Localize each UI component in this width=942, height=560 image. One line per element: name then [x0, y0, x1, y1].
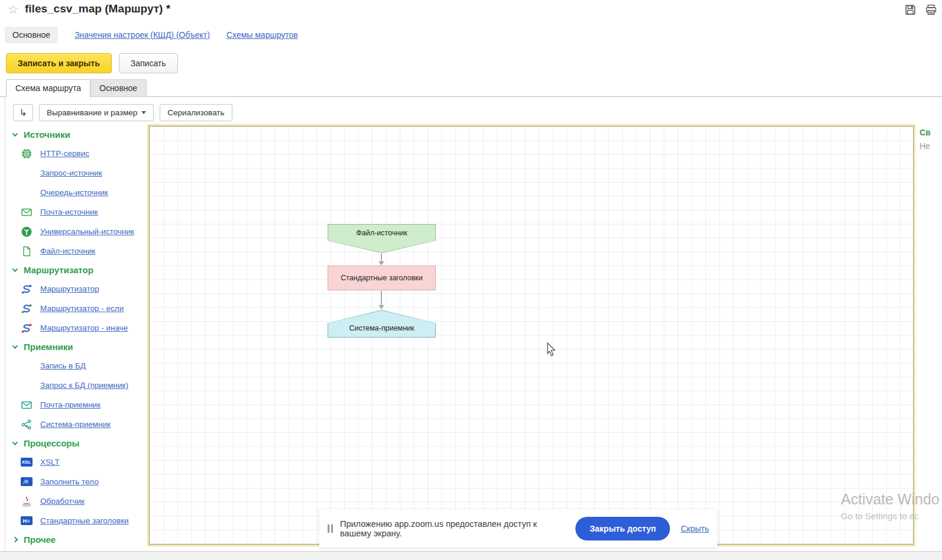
palette-item-fill-body[interactable]: ∕≡ Заполнить тело [6, 472, 148, 491]
section-router[interactable]: Маршрутизатор [6, 261, 148, 279]
object-nav: Основное Значения настроек (КШД) (Объект… [5, 25, 298, 44]
nav-link-settings-values[interactable]: Значения настроек (КШД) (Объект) [75, 30, 210, 40]
palette-item-label[interactable]: Маршрутизатор - иначе [40, 323, 128, 332]
section-processors[interactable]: Процессоры [6, 434, 148, 452]
palette-item-router[interactable]: Маршрутизатор [6, 279, 148, 299]
chevron-down-icon [12, 266, 18, 272]
xsl-badge-icon: XSL [20, 456, 33, 468]
palette-item-http-service[interactable]: HTTP-сервис [6, 144, 148, 163]
mail-icon [20, 399, 33, 411]
section-label: Приемники [24, 342, 73, 352]
flow-node-file-source[interactable]: Файл-источник [328, 224, 436, 253]
reroute-arrow-icon[interactable]: ↳ [13, 104, 33, 121]
flow-node-label: Файл-источник [328, 229, 436, 237]
palette-item-system-receiver[interactable]: Система-приемник [6, 415, 148, 434]
arrow-down-icon [378, 261, 384, 266]
system-network-icon [20, 418, 33, 430]
palette-item-label[interactable]: Запись в БД [40, 361, 86, 370]
palette-item-mail-receiver[interactable]: Почта-приемник [6, 395, 148, 415]
palette-item-db-write[interactable]: Запись в БД [6, 356, 148, 376]
arrow-down-icon [378, 305, 384, 309]
palette-item-label[interactable]: Почта-источник [40, 208, 98, 216]
flow-node-label: Стандартные заголовки [328, 274, 435, 282]
flow-connector [381, 254, 382, 262]
headers-badge-icon: H≡ [20, 514, 33, 527]
print-icon[interactable] [925, 4, 937, 18]
align-size-label: Выравнивание и размер [47, 108, 137, 117]
nav-tab-main[interactable]: Основное [5, 27, 58, 43]
flow-node-label: Система-приемник [328, 324, 436, 332]
palette-item-label[interactable]: Универсальный-источник [40, 227, 134, 236]
palette-item-standard-headers[interactable]: H≡ Стандартные заголовки [6, 511, 148, 530]
palette-item-label[interactable]: Очередь-источник [40, 188, 108, 197]
palette-item-label[interactable]: Маршрутизатор [40, 284, 99, 293]
palette-item-xslt[interactable]: XSL XSLT [6, 452, 148, 472]
section-receivers[interactable]: Приемники [6, 338, 148, 356]
palette-item-query-source[interactable]: Запрос-источник [6, 163, 148, 183]
tab-route-scheme[interactable]: Схема маршрута [6, 79, 90, 98]
chevron-right-icon [12, 537, 18, 543]
favorite-star-icon[interactable]: ☆ [8, 2, 19, 17]
palette-item-queue-source[interactable]: Очередь-источник [6, 183, 148, 202]
page-title: files_csv_map (Маршрут) * [25, 2, 170, 15]
command-bar: Записать и закрыть Записать [6, 53, 178, 73]
close-access-button[interactable]: Закрыть доступ [575, 517, 670, 540]
page-tabstrip: Схема маршрута Основное [0, 79, 942, 97]
globe-icon [20, 147, 33, 160]
section-label: Прочее [24, 535, 56, 545]
router-else-icon [20, 322, 33, 334]
pause-icon [328, 525, 333, 533]
save-icon[interactable] [904, 4, 917, 18]
palette-item-label[interactable]: Запрос-источник [40, 169, 102, 177]
properties-panel-truncated: Св Не [920, 128, 931, 151]
save-and-close-button[interactable]: Записать и закрыть [6, 53, 112, 73]
notification-message: Приложению app.zoom.us предоставлен дост… [340, 519, 567, 538]
component-palette: Источники HTTP-сервис Запрос-источник Оч… [6, 125, 148, 549]
chevron-down-icon [12, 343, 18, 349]
java-icon [20, 495, 33, 507]
palette-item-label[interactable]: Заполнить тело [40, 477, 99, 486]
tab-content-border [5, 97, 5, 551]
section-sources[interactable]: Источники [6, 125, 148, 144]
window-header: ☆ files_csv_map (Маршрут) * [0, 0, 942, 22]
palette-item-label[interactable]: HTTP-сервис [40, 149, 89, 158]
serialize-button[interactable]: Сериализовать [160, 104, 232, 121]
chevron-down-icon [12, 131, 18, 137]
scheme-toolbar: ↳ Выравнивание и размер Сериализовать [13, 104, 232, 121]
hide-link[interactable]: Скрыть [681, 524, 709, 533]
flow-node-standard-headers[interactable]: Стандартные заголовки [328, 266, 436, 290]
palette-item-file-source[interactable]: Файл-источник [6, 241, 148, 261]
flow-connector [381, 291, 382, 306]
palette-item-label[interactable]: Стандартные заголовки [40, 516, 129, 525]
palette-item-universal-source[interactable]: Универсальный-источник [6, 222, 148, 241]
save-button[interactable]: Записать [119, 53, 178, 73]
palette-item-label[interactable]: Система-приемник [40, 420, 111, 429]
router-if-icon [20, 302, 33, 315]
mail-icon [20, 206, 33, 218]
section-label: Маршрутизатор [24, 265, 93, 275]
align-size-dropdown[interactable]: Выравнивание и размер [39, 104, 154, 121]
chevron-down-icon [141, 111, 146, 114]
window-bottom-edge [0, 551, 942, 560]
palette-item-label[interactable]: Файл-источник [40, 247, 95, 255]
fill-body-badge-icon: ∕≡ [20, 475, 33, 488]
palette-item-handler[interactable]: Обработчик [6, 491, 148, 511]
nav-link-route-schemes[interactable]: Схемы маршрутов [226, 30, 298, 40]
palette-item-label[interactable]: Запрос к БД (приемник) [40, 381, 128, 390]
palette-item-label[interactable]: Маршрутизатор - если [40, 304, 124, 313]
palette-item-mail-source[interactable]: Почта-источник [6, 202, 148, 222]
tab-main[interactable]: Основное [90, 79, 147, 97]
flow-node-system-receiver[interactable]: Система-приемник [328, 310, 436, 338]
chevron-down-icon [12, 439, 18, 445]
section-label: Источники [24, 130, 70, 140]
zoom-screen-share-notification: Приложению app.zoom.us предоставлен дост… [319, 509, 717, 548]
palette-item-db-query-receiver[interactable]: Запрос к БД (приемник) [6, 376, 148, 395]
section-other[interactable]: Прочее [6, 530, 148, 549]
palette-item-label[interactable]: Обработчик [40, 497, 85, 506]
palette-item-label[interactable]: Почта-приемник [40, 400, 101, 409]
route-scheme-canvas[interactable]: Файл-источник Стандартные заголовки Сист… [149, 126, 914, 545]
properties-subtitle: Не [920, 141, 931, 151]
palette-item-router-if[interactable]: Маршрутизатор - если [6, 299, 148, 318]
palette-item-label[interactable]: XSLT [40, 458, 60, 467]
palette-item-router-else[interactable]: Маршрутизатор - иначе [6, 318, 148, 338]
